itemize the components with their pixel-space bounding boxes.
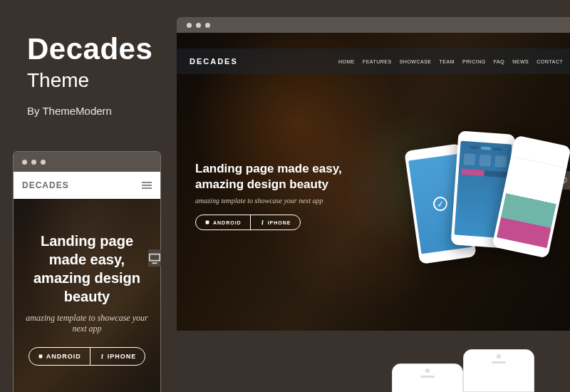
theme-title: Decades: [27, 32, 152, 66]
desktop-tagline: amazing template to showcase your next a…: [195, 197, 342, 205]
theme-author: By ThemeModern: [27, 105, 152, 117]
nav-pricing[interactable]: PRICING: [462, 59, 486, 64]
phone-mockup-bottom-1: [392, 363, 463, 392]
mobile-tagline: amazing template to showcase your next a…: [25, 313, 149, 334]
android-button[interactable]: ANDROID: [29, 348, 90, 365]
mobile-cta-buttons: ANDROID IPHONE: [28, 347, 146, 366]
mobile-headline: Landing page made easy, amazing design b…: [25, 232, 149, 306]
iphone-button[interactable]: IPHONE: [251, 215, 300, 229]
android-label: ANDROID: [46, 353, 81, 360]
desktop-site-header: DECADES HOME FEATURES SHOWCASE TEAM PRIC…: [177, 48, 570, 74]
desktop-logo[interactable]: DECADES: [190, 57, 238, 66]
mobile-logo[interactable]: DECADES: [22, 180, 69, 190]
desktop-hero-section: DECADES HOME FEATURES SHOWCASE TEAM PRIC…: [177, 33, 570, 331]
svg-rect-3: [206, 221, 209, 225]
nav-news[interactable]: NEWS: [512, 59, 529, 64]
iphone-label: IPHONE: [108, 353, 137, 360]
phone-mockup-bottom-2: [463, 349, 534, 392]
lower-phone-mockups: [370, 349, 570, 392]
iphone-button[interactable]: IPHONE: [90, 348, 145, 365]
window-dot-icon: [187, 23, 192, 28]
apple-icon: [99, 354, 105, 359]
window-dot-icon: [196, 23, 201, 28]
monitor-icon: [148, 252, 161, 264]
nav-contact[interactable]: CONTACT: [537, 59, 563, 64]
mobile-window-titlebar: [14, 152, 160, 172]
nav-team[interactable]: TEAM: [440, 59, 455, 64]
mobile-side-tab[interactable]: [148, 249, 161, 267]
theme-info-panel: Decades Theme By ThemeModern: [27, 32, 152, 117]
iphone-label: IPHONE: [268, 220, 291, 225]
nav-showcase[interactable]: SHOWCASE: [400, 59, 432, 64]
checkmark-circle-icon: ✓: [432, 196, 449, 212]
svg-rect-0: [38, 355, 42, 359]
svg-rect-1: [150, 254, 160, 261]
android-icon: [38, 354, 43, 359]
window-dot-icon: [22, 160, 27, 165]
desktop-window-titlebar: [177, 17, 570, 33]
nav-features[interactable]: FEATURES: [363, 59, 392, 64]
desktop-headline-line2: amazing design beauty: [195, 177, 342, 192]
desktop-nav: HOME FEATURES SHOWCASE TEAM PRICING FAQ …: [338, 59, 563, 64]
window-dot-icon: [31, 160, 36, 165]
nav-home[interactable]: HOME: [338, 59, 355, 64]
desktop-cta-buttons: ANDROID IPHONE: [195, 215, 301, 230]
mobile-site-header: DECADES: [14, 172, 160, 199]
hamburger-menu-icon[interactable]: [142, 182, 152, 189]
nav-faq[interactable]: FAQ: [494, 59, 505, 64]
desktop-headline-line1: Landing page made easy,: [195, 161, 342, 177]
apple-icon: [259, 220, 265, 225]
android-label: ANDROID: [213, 220, 242, 225]
android-icon: [204, 220, 210, 225]
desktop-preview-window: DECADES HOME FEATURES SHOWCASE TEAM PRIC…: [177, 17, 570, 331]
theme-subtitle: Theme: [27, 69, 152, 92]
window-dot-icon: [205, 23, 210, 28]
mobile-hero-section: Landing page made easy, amazing design b…: [14, 199, 160, 392]
window-dot-icon: [41, 160, 46, 165]
phone-mockups-group: ✓: [412, 118, 569, 282]
android-button[interactable]: ANDROID: [196, 215, 251, 229]
mobile-preview-window: DECADES Landing page made easy, amazing …: [13, 151, 161, 392]
desktop-hero-content: Landing page made easy, amazing design b…: [195, 161, 342, 230]
